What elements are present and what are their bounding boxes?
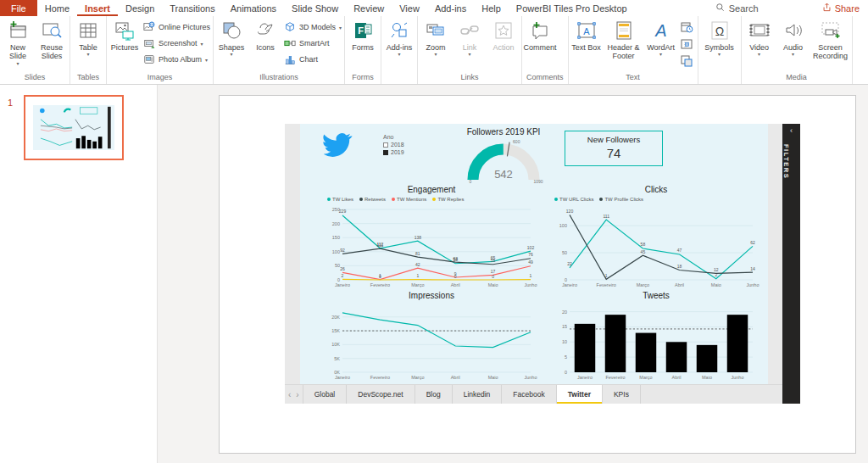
photo-album-icon: [143, 53, 155, 65]
slicer-option-2018[interactable]: 2018: [383, 142, 404, 148]
dashboard-body: Ano 20182019 Followers 2019 KPI 60054201…: [300, 124, 768, 384]
menu-tab-view[interactable]: View: [392, 0, 427, 16]
twitter-logo-icon: [320, 131, 353, 159]
slide-number-button[interactable]: [680, 37, 695, 53]
svg-text:62: 62: [750, 240, 755, 245]
svg-text:45: 45: [641, 249, 646, 254]
forms-button[interactable]: FForms: [346, 17, 380, 71]
svg-text:Janeiro: Janeiro: [335, 282, 350, 287]
screenshot-button[interactable]: Screenshot▾: [143, 36, 210, 50]
ribbon-group-forms: FFormsForms: [345, 16, 381, 84]
icons-label: Icons: [256, 43, 275, 52]
chevron-down-icon: ▾: [79, 52, 97, 58]
menu-tab-add-ins[interactable]: Add-ins: [427, 0, 474, 16]
new-slide-button[interactable]: New Slide▾: [1, 17, 35, 71]
dashboard-tab-linkedin[interactable]: Linkedin: [453, 385, 503, 404]
object-button[interactable]: [680, 54, 695, 70]
add-ins-button[interactable]: Add-ins▾: [382, 17, 416, 71]
symbols-button[interactable]: ΩSymbols▾: [699, 17, 740, 71]
video-button[interactable]: Video▾: [743, 17, 776, 71]
legend-dot-icon: [432, 198, 436, 201]
pictures-button[interactable]: Pictures: [108, 17, 142, 71]
screen-recording-button[interactable]: Screen Recording: [810, 17, 851, 71]
dashboard-tab-facebook[interactable]: Facebook: [502, 385, 556, 404]
wordart-button[interactable]: AWordArt▾: [644, 17, 678, 71]
thumbnail-preview: [33, 105, 114, 150]
table-label: Table▾: [79, 43, 97, 58]
menu-tab-file[interactable]: File: [0, 0, 37, 16]
chart-title: Engagement: [324, 185, 539, 196]
action-button: Action: [487, 17, 520, 71]
menu-tab-powerbi-tiles-pro-desktop[interactable]: PowerBI Tiles Pro Desktop: [509, 0, 635, 16]
slide-thumbnail[interactable]: [24, 95, 124, 160]
slicer-option-2019[interactable]: 2019: [383, 149, 404, 155]
svg-text:0: 0: [565, 370, 567, 375]
powerbi-dashboard-object[interactable]: Ano 20182019 Followers 2019 KPI 60054201…: [285, 124, 800, 404]
svg-text:22: 22: [567, 261, 572, 266]
forms-label: Forms: [352, 43, 374, 52]
chevron-down-icon: ▾: [201, 41, 203, 47]
audio-button[interactable]: Audio▾: [776, 17, 810, 71]
chevron-down-icon: ▾: [783, 52, 803, 58]
filters-expand-icon[interactable]: ‹: [782, 124, 800, 137]
menu-tab-home[interactable]: Home: [37, 0, 77, 16]
legend-dot-icon: [359, 198, 363, 201]
svg-text:0: 0: [379, 274, 381, 279]
zoom-label: Zoom▾: [426, 43, 446, 58]
svg-text:Março: Março: [411, 282, 424, 287]
thumbnail-preview-art: [33, 105, 114, 150]
menu-tab-transitions[interactable]: Transitions: [162, 0, 222, 16]
menu-tab-review[interactable]: Review: [346, 0, 392, 16]
followers-kpi-gauge: Followers 2019 KPI 60054201090: [448, 127, 559, 181]
zoom-button[interactable]: Zoom▾: [419, 17, 453, 71]
menu-tab-insert[interactable]: Insert: [77, 0, 118, 16]
comment-button[interactable]: Comment: [523, 17, 557, 71]
text-box-label: Text Box: [571, 43, 601, 52]
share-button[interactable]: Share: [814, 0, 868, 16]
3d-models-button[interactable]: 3D Models▾: [284, 20, 342, 34]
svg-text:26: 26: [340, 266, 345, 271]
header-footer-button[interactable]: Header & Footer: [604, 17, 644, 71]
dashboard-tab-bar: ‹›GlobalDevScope.netBlogLinkedinFacebook…: [285, 384, 782, 404]
shapes-button[interactable]: Shapes▾: [214, 17, 248, 71]
checkbox-checked-icon[interactable]: [383, 150, 388, 155]
table-button[interactable]: Table▾: [71, 17, 105, 71]
new-followers-title: New Followers: [565, 135, 662, 144]
tab-scroll-right-icon[interactable]: ›: [296, 390, 298, 399]
dashboard-tab-twitter[interactable]: Twitter: [557, 385, 603, 404]
date-time-button[interactable]: [680, 20, 695, 36]
text-box-button[interactable]: AText Box: [570, 17, 604, 71]
chart-button[interactable]: Chart: [284, 53, 342, 66]
menu-tab-animations[interactable]: Animations: [223, 0, 284, 16]
search-box[interactable]: Search: [707, 0, 767, 16]
comment-label: Comment: [524, 43, 557, 52]
online-pictures-button[interactable]: Online Pictures: [143, 20, 210, 34]
pictures-label: Pictures: [111, 43, 139, 52]
dashboard-tab-blog[interactable]: Blog: [415, 385, 453, 404]
ribbon-group-label: Images: [108, 71, 212, 84]
tab-scroll-left-icon[interactable]: ‹: [288, 390, 291, 399]
menu-tab-design[interactable]: Design: [118, 0, 162, 16]
chart-title: Clicks: [551, 185, 761, 196]
ribbon-group-label: [382, 71, 416, 84]
dashboard-tab-kpis[interactable]: KPIs: [603, 385, 641, 404]
svg-text:229: 229: [339, 209, 347, 214]
reuse-slides-button[interactable]: Reuse Slides: [35, 17, 69, 71]
menu-tab-help[interactable]: Help: [474, 0, 509, 16]
svg-text:47: 47: [677, 248, 682, 253]
svg-text:Abril: Abril: [675, 282, 684, 287]
ribbon-group-label: Links: [419, 71, 520, 84]
slide-canvas[interactable]: Ano 20182019 Followers 2019 KPI 60054201…: [219, 95, 856, 454]
smartart-button[interactable]: SmartArt: [284, 36, 342, 50]
dashboard-tab-devscope-net[interactable]: DevScope.net: [347, 385, 415, 404]
new-slide-label: New Slide▾: [2, 43, 34, 67]
icons-button[interactable]: Icons: [248, 17, 282, 71]
dashboard-tab-global[interactable]: Global: [303, 385, 348, 404]
menu-tab-slide-show[interactable]: Slide Show: [284, 0, 346, 16]
photo-album-button[interactable]: Photo Album▾: [143, 53, 210, 66]
content-area: 1: [0, 85, 868, 463]
legend-label: TW Mentions: [397, 197, 426, 202]
add-ins-label: Add-ins▾: [387, 43, 413, 58]
checkbox-unchecked-icon[interactable]: [383, 142, 388, 148]
filters-pane-collapsed[interactable]: ‹ FILTERS: [782, 124, 800, 404]
